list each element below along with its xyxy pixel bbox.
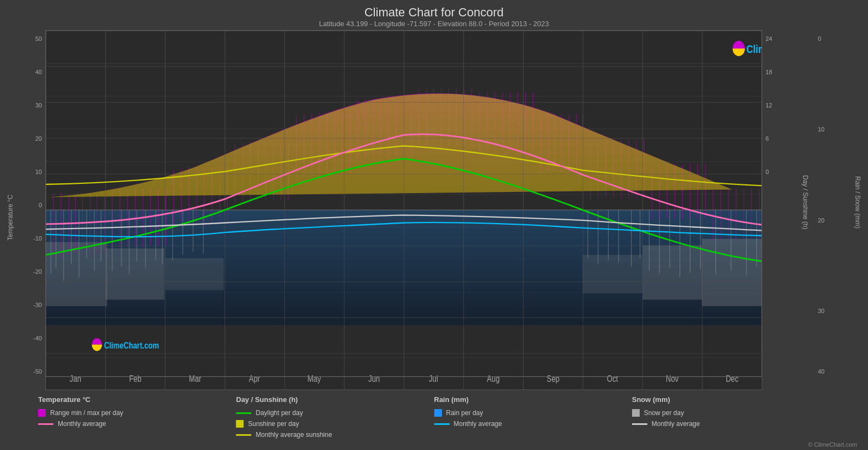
y-axis-right-sunshine: 24 18 12 6 0 — [762, 30, 800, 390]
svg-text:ClimeChart.com: ClimeChart.com — [746, 43, 762, 55]
svg-rect-8 — [702, 239, 762, 306]
legend-area: Temperature °C Range min / max per day M… — [5, 390, 863, 441]
y-tick-0: 0 — [39, 202, 42, 208]
svg-text:Apr: Apr — [249, 374, 260, 384]
svg-text:Aug: Aug — [487, 374, 500, 384]
legend-rain-swatch: Rain per day — [434, 409, 632, 417]
y-tick-50: 50 — [35, 35, 42, 42]
svg-text:May: May — [307, 374, 321, 384]
svg-text:Sep: Sep — [547, 374, 559, 384]
legend-swatch-sunshine — [236, 420, 244, 428]
legend-rain-per-day-label: Rain per day — [446, 409, 483, 417]
legend-line-sunshine-avg — [236, 434, 251, 436]
legend-temp-range: Range min / max per day — [38, 409, 236, 417]
legend-swatch-snow — [632, 409, 640, 417]
copyright: © ClimeChart.com — [5, 441, 863, 450]
legend-temp-avg-label: Monthly average — [58, 420, 106, 428]
y-tick-10: 10 — [35, 169, 42, 175]
legend-line-rain-avg — [434, 423, 450, 425]
y-tick--10: -10 — [33, 235, 42, 242]
legend-temperature: Temperature °C Range min / max per day M… — [38, 395, 236, 439]
legend-swatch-temp-range — [38, 409, 46, 417]
svg-text:Jan: Jan — [70, 374, 81, 384]
y-tick-right-rain-0: 0 — [818, 35, 853, 42]
y-axis-left: 50 40 30 20 10 0 -10 -20 -30 -40 -50 — [15, 30, 45, 390]
legend-temp-range-label: Range min / max per day — [50, 409, 123, 417]
y-tick-right-12: 12 — [766, 102, 800, 109]
legend-snow-avg: Monthly average — [632, 420, 830, 428]
legend-line-snow-avg — [632, 423, 647, 425]
svg-text:Dec: Dec — [726, 374, 739, 384]
legend-sunshine-avg: Monthly average sunshine — [236, 431, 434, 439]
y-axis-right-sunshine-label: Day / Sunshine (h) — [800, 30, 810, 390]
y-tick-right-rain-40: 40 — [818, 368, 853, 375]
svg-rect-3 — [46, 242, 107, 307]
legend-line-temp-avg — [38, 423, 53, 425]
legend-sunshine-per-day-label: Sunshine per day — [248, 420, 299, 428]
legend-daylight-label: Daylight per day — [256, 409, 303, 417]
svg-rect-5 — [165, 258, 224, 290]
y-tick-right-18: 18 — [766, 69, 800, 75]
legend-rain: Rain (mm) Rain per day Monthly average — [434, 395, 632, 439]
svg-text:Feb: Feb — [129, 374, 142, 384]
svg-text:Oct: Oct — [607, 374, 618, 384]
y-tick-right-rain-30: 30 — [818, 308, 853, 314]
legend-line-daylight — [236, 412, 251, 414]
y-tick-right-rain-10: 10 — [818, 126, 853, 133]
y-tick-30: 30 — [35, 102, 42, 109]
chart-area: Temperature °C 50 40 30 20 10 0 -10 -20 … — [5, 30, 863, 390]
y-tick-40: 40 — [35, 69, 42, 75]
legend-snow-per-day-label: Snow per day — [644, 409, 684, 417]
legend-sunshine-avg-label: Monthly average sunshine — [256, 431, 332, 439]
y-tick--30: -30 — [33, 302, 42, 308]
y-axis-right-rain: 0 10 20 30 40 — [815, 30, 853, 390]
y-tick--40: -40 — [33, 335, 42, 341]
legend-snow-title: Snow (mm) — [632, 395, 830, 404]
svg-text:Jun: Jun — [368, 374, 380, 384]
legend-rain-avg: Monthly average — [434, 420, 632, 428]
svg-text:Jul: Jul — [429, 374, 438, 384]
legend-sunshine: Day / Sunshine (h) Daylight per day Suns… — [236, 395, 434, 439]
y-axis-left-label: Temperature °C — [5, 30, 15, 390]
legend-rain-title: Rain (mm) — [434, 395, 632, 404]
chart-svg: Jan Feb Mar Apr May Jun Jul Aug Sep Oct … — [46, 31, 762, 389]
subtitle: Latitude 43.199 - Longitude -71.597 - El… — [319, 20, 549, 28]
svg-rect-7 — [642, 245, 702, 300]
y-tick--50: -50 — [33, 368, 42, 375]
y-tick-right-0: 0 — [766, 169, 800, 175]
legend-temp-avg: Monthly average — [38, 420, 236, 428]
svg-rect-6 — [583, 255, 643, 293]
legend-sunshine-title: Day / Sunshine (h) — [236, 395, 434, 404]
legend-snow-swatch: Snow per day — [632, 409, 830, 417]
svg-text:ClimeChart.com: ClimeChart.com — [104, 340, 159, 350]
y-tick-right-24: 24 — [766, 35, 800, 42]
legend-rain-avg-label: Monthly average — [454, 420, 502, 428]
legend-swatch-rain — [434, 409, 442, 417]
legend-snow: Snow (mm) Snow per day Monthly average — [632, 395, 830, 439]
title-section: Climate Chart for Concord Latitude 43.19… — [319, 5, 549, 28]
legend-daylight: Daylight per day — [236, 409, 434, 417]
page-wrapper: Climate Chart for Concord Latitude 43.19… — [0, 0, 868, 450]
y-axis-right-rain-label: Rain / Snow (mm) — [853, 30, 863, 390]
svg-text:Mar: Mar — [189, 374, 202, 384]
legend-temp-title: Temperature °C — [38, 395, 236, 404]
legend-snow-avg-label: Monthly average — [652, 420, 700, 428]
y-tick-right-6: 6 — [766, 135, 800, 142]
legend-sunshine-swatch: Sunshine per day — [236, 420, 434, 428]
chart-canvas: Jan Feb Mar Apr May Jun Jul Aug Sep Oct … — [45, 30, 762, 390]
y-tick-right-rain-20: 20 — [818, 217, 853, 224]
svg-text:Nov: Nov — [666, 374, 679, 384]
y-tick--20: -20 — [33, 268, 42, 275]
main-title: Climate Chart for Concord — [319, 5, 549, 20]
y-tick-20: 20 — [35, 135, 42, 142]
